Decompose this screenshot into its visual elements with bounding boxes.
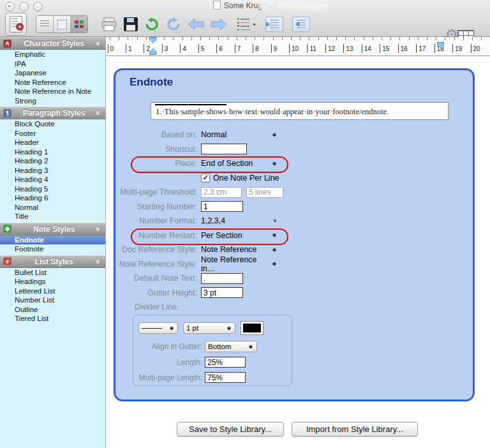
section-header-note-styles[interactable]: ✱Note Styles» (0, 223, 105, 235)
stepper-icon (226, 324, 232, 332)
field-doc-reference-style: Doc Reference Style: Note Reference (115, 243, 473, 257)
threshold-lines-input[interactable] (246, 187, 283, 198)
sidebar-item-heading-3[interactable]: Heading 3 (0, 166, 105, 175)
shortcut-input[interactable] (201, 144, 247, 154)
note-reference-style-label: Note Reference Style: (115, 260, 197, 269)
default-note-text-input[interactable] (201, 273, 243, 284)
ruler-number-6: 6 (219, 45, 223, 52)
sidebar-item-strong[interactable]: Strong (0, 96, 105, 106)
starting-number-input[interactable] (201, 201, 243, 212)
sidebar-item-japanese[interactable]: Japanese (0, 68, 105, 78)
styles-list-icon[interactable]: ▼ (237, 18, 256, 31)
note-reference-style-popup[interactable]: Note Reference in… (201, 255, 278, 273)
first-line-indent-marker[interactable] (149, 37, 156, 43)
align-in-gutter-popup[interactable]: Bottom (205, 341, 257, 352)
ruler-number-8: 8 (255, 45, 259, 52)
left-indent-marker[interactable] (149, 48, 156, 55)
sidebar-item-endnote[interactable]: Endnote (0, 235, 105, 245)
sample-text: 1.·This·sample·shows·how·text·would·appe… (156, 107, 389, 117)
ruler-number-9: 9 (274, 45, 278, 52)
sidebar-item-emphatic[interactable]: Emphatic (0, 50, 105, 59)
save-icon[interactable] (124, 17, 138, 31)
sidebar-item-block-quote[interactable]: Block Quote (0, 119, 105, 129)
draft-view-icon[interactable] (36, 16, 54, 33)
number-restart-popup[interactable]: Per Section (201, 231, 278, 240)
sidebar-item-outline[interactable]: Outline (0, 305, 105, 315)
ruler-number-2: 2 (146, 45, 150, 52)
multi-page-length-label: Multi-page Length: (133, 373, 202, 382)
line-style-sample (142, 328, 162, 329)
threshold-distance-input[interactable] (201, 187, 242, 198)
field-one-note-per-line: ✓ One Note Per Line (115, 171, 473, 186)
sidebar-item-heading-6[interactable]: Heading 6 (0, 193, 105, 203)
sidebar-item-normal[interactable]: Normal (0, 203, 105, 213)
divider-line-heading: Divider Line: (115, 300, 473, 315)
redaction-scribble (260, 1, 289, 8)
divider-line-label: Divider Line: (135, 302, 179, 311)
sidebar-item-bullet-list[interactable]: Bullet List (0, 268, 105, 278)
ruler-number-1: 1 (128, 45, 132, 52)
stepper-icon (272, 160, 278, 168)
sidebar-item-heading-1[interactable]: Heading 1 (0, 147, 105, 157)
collapse-chevron-icon: » (94, 259, 103, 264)
ruler-number-3: 3 (165, 45, 168, 52)
indent-left-icon[interactable] (292, 17, 310, 32)
sidebar-item-headings[interactable]: Headings (0, 277, 105, 287)
number-format-popup[interactable]: 1,2,3,4 ▼ (201, 216, 278, 225)
undo-icon[interactable] (144, 17, 160, 31)
paragraph-style-icon: ¶ (3, 109, 11, 117)
number-format-label: Number Format: (115, 216, 197, 225)
align-in-gutter-label: Align in Gutter: (133, 342, 202, 351)
field-note-reference-style: Note Reference Style: Note Reference in… (115, 257, 473, 272)
number-restart-label: Number Restart: (115, 231, 197, 240)
titlebar-toolbar: Some Krugman (0, 0, 490, 37)
sidebar-item-ipa[interactable]: IPA (0, 59, 105, 69)
sidebar-item-heading-4[interactable]: Heading 4 (0, 175, 105, 184)
style-editor-panel: Endnote 1.·This·sample·shows·how·text·wo… (114, 68, 475, 401)
gutter-height-input[interactable] (201, 287, 243, 298)
indent-right-icon[interactable] (265, 17, 283, 32)
place-popup[interactable]: End of Section (201, 159, 278, 168)
save-to-style-library-button[interactable]: Save to Style Library... (177, 422, 284, 437)
back-icon[interactable] (188, 18, 204, 31)
sidebar-item-footer[interactable]: Footer (0, 129, 105, 138)
import-from-style-library-button[interactable]: Import from Style Library... (292, 422, 418, 437)
ruler-number-10: 10 (292, 45, 299, 52)
sidebar-item-heading-5[interactable]: Heading 5 (0, 184, 105, 194)
sidebar-item-note-reference[interactable]: Note Reference (0, 78, 105, 87)
based-on-popup[interactable]: Normal (201, 130, 278, 139)
document-clock-icon[interactable] (5, 13, 27, 36)
forward-icon[interactable] (211, 18, 227, 31)
doc-reference-style-popup[interactable]: Note Reference (201, 245, 278, 254)
sidebar-item-heading-2[interactable]: Heading 2 (0, 156, 105, 166)
gutter-height-label: Gutter Height: (115, 288, 197, 297)
list-style-icon: # (3, 257, 11, 265)
style-sheet-view-icon[interactable] (71, 16, 87, 33)
section-header-list-styles[interactable]: #List Styles» (0, 255, 105, 268)
redo-icon[interactable] (166, 17, 181, 31)
sidebar-item-header[interactable]: Header (0, 138, 105, 147)
sidebar-item-number-list[interactable]: Number List (0, 295, 105, 305)
sidebar-item-footnote[interactable]: Footnote (0, 244, 105, 254)
print-icon[interactable] (101, 17, 117, 31)
sidebar-item-title[interactable]: Title (0, 212, 105, 221)
page-view-icon[interactable] (54, 16, 71, 33)
line-color-well[interactable] (241, 321, 264, 335)
sidebar-item-tiered-list[interactable]: Tiered List (0, 314, 105, 324)
line-thickness-popup[interactable]: 1 pt (183, 322, 235, 334)
line-style-popup[interactable] (138, 322, 178, 334)
document-proxy-icon (213, 1, 221, 10)
section-header-paragraph-styles[interactable]: ¶Paragraph Styles» (0, 107, 105, 119)
section-label: List Styles (11, 257, 96, 266)
sidebar-item-note-reference-in-note[interactable]: Note Reference in Note (0, 87, 105, 96)
chevron-down-icon: ▼ (252, 22, 256, 27)
divider-line-sample (155, 104, 226, 105)
length-input[interactable] (205, 357, 246, 368)
sidebar-item-lettered-list[interactable]: Lettered List (0, 287, 105, 296)
multi-page-length-input[interactable] (205, 372, 246, 383)
one-note-per-line-checkbox[interactable]: ✓ (201, 174, 210, 183)
ruler[interactable]: 01234567891011121314151617181920 (106, 37, 490, 56)
chevron-down-icon: ▼ (272, 218, 278, 224)
section-header-character-styles[interactable]: ACharacter Styles» (0, 37, 105, 50)
ruler-number-14: 14 (364, 45, 371, 52)
